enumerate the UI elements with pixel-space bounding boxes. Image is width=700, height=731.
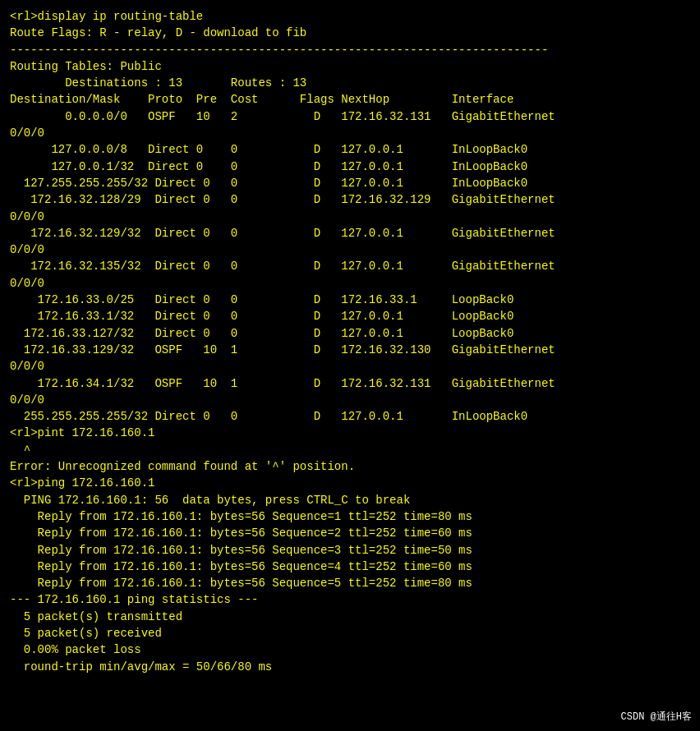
terminal-line: round-trip min/avg/max = 50/66/80 ms (10, 659, 690, 675)
terminal-line: <rl>pint 172.16.160.1 (10, 425, 690, 441)
terminal-line: PING 172.16.160.1: 56 data bytes, press … (10, 492, 690, 508)
terminal-line: 0/0/0 (10, 209, 690, 225)
terminal-line: Reply from 172.16.160.1: bytes=56 Sequen… (10, 508, 690, 525)
terminal-line: 255.255.255.255/32 Direct 0 0 D 127.0.0.… (10, 408, 690, 425)
watermark: CSDN @通往H客 (621, 710, 692, 724)
terminal-line: 5 packet(s) received (10, 625, 690, 641)
terminal-line: 127.255.255.255/32 Direct 0 0 D 127.0.0.… (10, 175, 690, 191)
terminal-line: 172.16.33.1/32 Direct 0 0 D 127.0.0.1 Lo… (10, 308, 690, 324)
terminal-line: 172.16.33.129/32 OSPF 10 1 D 172.16.32.1… (10, 342, 690, 358)
terminal-line: Error: Unrecognized command found at '^'… (10, 458, 690, 475)
terminal-line: Route Flags: R - relay, D - download to … (10, 25, 690, 41)
terminal-line: ----------------------------------------… (10, 42, 690, 58)
terminal-line: 127.0.0.1/32 Direct 0 0 D 127.0.0.1 InLo… (10, 159, 690, 175)
terminal-line: Reply from 172.16.160.1: bytes=56 Sequen… (10, 542, 690, 559)
terminal-line: Reply from 172.16.160.1: bytes=56 Sequen… (10, 559, 690, 575)
terminal-line: 0/0/0 (10, 358, 690, 375)
terminal-line: Destination/Mask Proto Pre Cost Flags Ne… (10, 91, 690, 108)
terminal-line: <rl>display ip routing-table (10, 8, 690, 25)
terminal-line: 172.16.33.127/32 Direct 0 0 D 127.0.0.1 … (10, 325, 690, 342)
terminal-line: Destinations : 13 Routes : 13 (10, 75, 690, 91)
terminal-line: 0/0/0 (10, 392, 690, 408)
terminal-line: 172.16.32.135/32 Direct 0 0 D 127.0.0.1 … (10, 258, 690, 274)
terminal-output: <rl>display ip routing-tableRoute Flags:… (10, 8, 690, 675)
terminal-line: 0/0/0 (10, 275, 690, 292)
terminal-line: ^ (10, 442, 690, 458)
terminal-line: 0.00% packet loss (10, 641, 690, 658)
terminal-line: 0/0/0 (10, 125, 690, 141)
terminal-line: 172.16.32.128/29 Direct 0 0 D 172.16.32.… (10, 191, 690, 208)
terminal-line: Reply from 172.16.160.1: bytes=56 Sequen… (10, 575, 690, 591)
terminal-line: 172.16.33.0/25 Direct 0 0 D 172.16.33.1 … (10, 292, 690, 308)
terminal-line: 172.16.32.129/32 Direct 0 0 D 127.0.0.1 … (10, 225, 690, 241)
terminal-line: Routing Tables: Public (10, 58, 690, 75)
terminal-line: Reply from 172.16.160.1: bytes=56 Sequen… (10, 525, 690, 541)
terminal-line: 127.0.0.0/8 Direct 0 0 D 127.0.0.1 InLoo… (10, 141, 690, 158)
terminal-line: --- 172.16.160.1 ping statistics --- (10, 591, 690, 608)
terminal-line: 5 packet(s) transmitted (10, 609, 690, 625)
terminal-line: <rl>ping 172.16.160.1 (10, 475, 690, 491)
terminal-line: 0.0.0.0/0 OSPF 10 2 D 172.16.32.131 Giga… (10, 108, 690, 125)
terminal-line: 172.16.34.1/32 OSPF 10 1 D 172.16.32.131… (10, 375, 690, 392)
terminal-line: 0/0/0 (10, 241, 690, 258)
